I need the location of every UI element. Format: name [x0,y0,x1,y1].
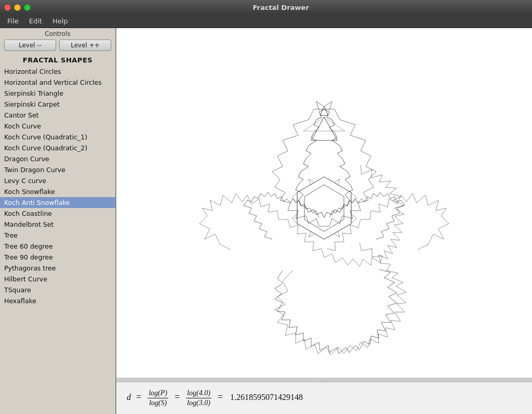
fractal-list-item[interactable]: Dragon Curve [0,153,115,164]
maximize-button[interactable] [24,4,31,11]
level-minus-button[interactable]: Level -- [4,40,56,51]
formula-num2: log(4.0) [186,389,211,398]
controls-label: Controls [0,28,115,38]
formula-eq2: = [175,392,180,402]
menu-file[interactable]: File [2,16,24,26]
fractal-list-item[interactable]: Tree [0,230,115,241]
level-buttons: Level -- Level ++ [0,38,115,54]
close-button[interactable] [4,4,11,11]
fractal-list-item[interactable]: Mandelbrot Set [0,219,115,230]
fractal-list-item[interactable]: Koch Curve (Quadratic_2) [0,143,115,153]
svg-marker-1 [303,117,345,131]
formula-value: 1.2618595071429148 [230,393,303,402]
formula-den1: log(S) [148,398,168,407]
fractal-list-item[interactable]: Cantor Set [0,110,115,121]
main-layout: Controls Level -- Level ++ FRACTAL SHAPE… [0,28,532,414]
menu-help[interactable]: Help [47,16,73,26]
window-title: Fractal Drawer [34,4,528,11]
fractal-list-item[interactable]: Tree 90 degree [0,252,115,263]
fractal-list-item[interactable]: Horizontal and Vertical Circles [0,77,115,88]
level-plus-button[interactable]: Level ++ [59,40,111,51]
formula-num1: log(P) [148,389,168,398]
formula-frac1: log(P) log(S) [148,389,168,407]
fractal-list-item[interactable]: Koch Snowflake [0,186,115,197]
formula-bar: d = log(P) log(S) = log(4.0) log(3.0) = … [116,382,532,414]
panel-separator[interactable]: ... [116,378,532,382]
right-panel: ... d = log(P) log(S) = log(4.0) log(3.0… [116,28,532,414]
menubar: File Edit Help [0,15,532,28]
fractal-list-item[interactable]: Hexaflake [0,295,115,306]
fractal-list-item[interactable]: Pythagoras tree [0,263,115,274]
fractal-canvas [116,28,532,378]
fractal-list-item[interactable]: Koch Curve [0,121,115,132]
svg-marker-0 [311,117,337,140]
formula-eq1: = [136,392,141,402]
fractal-list-item[interactable]: Koch Curve (Quadratic_1) [0,132,115,143]
fractal-list-item[interactable]: Levy C curve [0,175,115,186]
fractal-list-item[interactable]: TSquare [0,284,115,295]
fractal-list-item[interactable]: Tree 60 degree [0,241,115,252]
formula-display: d = log(P) log(S) = log(4.0) log(3.0) = … [127,389,303,407]
svg-marker-2 [297,177,351,239]
fractal-list-item[interactable]: Koch Anti Snowflake [0,197,115,208]
canvas-area [116,28,532,378]
fractal-shapes-title: FRACTAL SHAPES [0,54,115,66]
formula-den2: log(3.0) [186,398,211,407]
fractal-list-item[interactable]: Sierpinski Triangle [0,88,115,99]
formula-eq3: = [218,392,223,402]
svg-marker-3 [304,185,344,231]
sidebar: Controls Level -- Level ++ FRACTAL SHAPE… [0,28,116,414]
menu-edit[interactable]: Edit [24,16,47,26]
minimize-button[interactable] [14,4,21,11]
fractal-list-item[interactable]: Koch Coastline [0,208,115,219]
fractal-list-item[interactable]: Sierpinski Carpet [0,99,115,110]
fractal-list-item[interactable]: Twin Dragon Curve [0,164,115,175]
fractal-list-item[interactable]: Hilbert Curve [0,274,115,284]
formula-frac2: log(4.0) log(3.0) [186,389,211,407]
fractal-list: Horizontal CirclesHorizontal and Vertica… [0,66,115,414]
fractal-list-item[interactable]: Horizontal Circles [0,66,115,77]
titlebar: Fractal Drawer [0,0,532,15]
formula-d: d [127,393,131,402]
